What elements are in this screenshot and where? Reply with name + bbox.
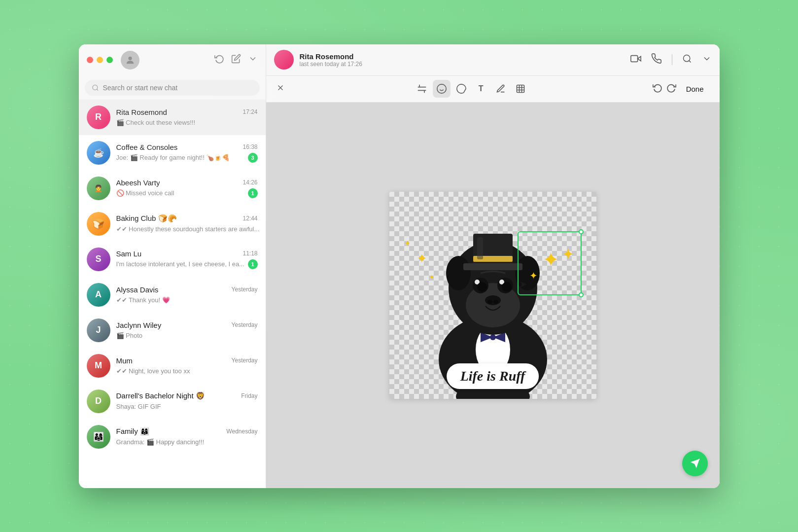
search-box: [85, 80, 260, 96]
avatar: ☕: [87, 141, 110, 165]
chat-item[interactable]: A Alyssa Davis Yesterday ✔✔ Thank you! 💗: [79, 277, 266, 313]
search-icon: [92, 84, 99, 92]
text-tool-button[interactable]: T: [472, 80, 490, 98]
sticker-tool-button[interactable]: [452, 80, 470, 98]
contact-info: Rita Rosemond last seen today at 17:26: [300, 52, 625, 68]
undo-button[interactable]: [653, 83, 662, 95]
redo-button[interactable]: [666, 83, 676, 95]
chat-details: Jaclynn Wiley Yesterday 🎬 Photo: [116, 321, 258, 340]
chat-name: Mum: [116, 356, 133, 365]
draw-tool-button[interactable]: [492, 80, 510, 98]
editor-toolbar: T: [266, 76, 720, 103]
chat-item[interactable]: 👨‍👩‍👧 Family 👩‍👩‍👦 Wednesday Grandma: 🎬 …: [79, 419, 266, 455]
chat-item[interactable]: 🍞 Baking Club 🍞🥐 12:44 ✔✔ Honestly these…: [79, 206, 266, 242]
chat-item[interactable]: 🧑‍🦱 Abeesh Varty 14:26 🚫 Missed voice ca…: [79, 171, 266, 206]
chat-preview: Shaya: GIF GIF: [116, 403, 161, 410]
chat-header-actions: [630, 53, 712, 67]
sidebar-header-icons: [214, 54, 258, 66]
chat-time: Yesterday: [232, 357, 258, 364]
chat-item[interactable]: S Sam Lu 11:18 I'm lactose intolerant ye…: [79, 242, 266, 277]
svg-rect-14: [517, 85, 524, 93]
video-call-icon[interactable]: [630, 53, 641, 67]
svg-text:✦: ✦: [561, 246, 574, 262]
chat-time: 17:24: [243, 108, 257, 115]
svg-point-30: [493, 300, 498, 304]
toolbar-actions: Done: [653, 82, 710, 96]
more-options-icon[interactable]: [702, 54, 712, 66]
chat-item[interactable]: D Darrell's Bachelor Night 🦁 Friday Shay…: [79, 384, 266, 419]
done-button[interactable]: Done: [680, 82, 710, 96]
voice-call-icon[interactable]: [651, 53, 662, 67]
svg-rect-36: [477, 237, 483, 259]
compose-icon[interactable]: [231, 54, 241, 66]
sidebar: R Rita Rosemond 17:24 🎬 Check out these …: [79, 44, 266, 488]
svg-line-2: [97, 89, 98, 90]
chat-name: Jaclynn Wiley: [116, 321, 162, 329]
chat-details: Baking Club 🍞🥐 12:44 ✔✔ Honestly these s…: [116, 214, 258, 233]
chat-preview: 🎬 Photo: [116, 332, 143, 339]
chat-time: Yesterday: [232, 321, 258, 328]
svg-point-11: [437, 84, 446, 93]
svg-text:✦: ✦: [529, 270, 537, 281]
chat-preview: Grandma: 🎬 Happy dancing!!!: [116, 438, 205, 446]
avatar: S: [87, 248, 110, 271]
minimize-traffic-light[interactable]: [97, 57, 103, 63]
maximize-traffic-light[interactable]: [106, 57, 113, 63]
editor-close-button[interactable]: [276, 83, 285, 94]
unread-badge: 3: [248, 153, 258, 163]
close-traffic-light[interactable]: [87, 57, 93, 63]
sparkle-decoration: ✦: [429, 273, 435, 281]
chat-details: Abeesh Varty 14:26 🚫 Missed voice call 1: [116, 178, 258, 198]
chat-item[interactable]: J Jaclynn Wiley Yesterday 🎬 Photo: [79, 313, 266, 348]
chat-name: Rita Rosemond: [116, 108, 167, 116]
avatar: A: [87, 283, 110, 307]
chat-details: Coffee & Consoles 16:38 Joe: 🎬 Ready for…: [116, 143, 258, 163]
crop-tool-button[interactable]: [413, 80, 431, 98]
chat-details: Rita Rosemond 17:24 🎬 Check out these vi…: [116, 108, 258, 127]
header-divider: [672, 54, 672, 65]
svg-line-6: [689, 60, 691, 62]
avatar: D: [87, 390, 110, 413]
refresh-icon[interactable]: [214, 54, 224, 66]
avatar: J: [87, 319, 110, 342]
chat-time: 14:26: [243, 179, 257, 186]
send-button[interactable]: [682, 451, 708, 476]
contact-avatar[interactable]: [274, 50, 294, 70]
chat-preview: ✔✔ Night, love you too xx: [116, 367, 190, 375]
chat-item[interactable]: R Rita Rosemond 17:24 🎬 Check out these …: [79, 100, 266, 135]
chat-preview: 🎬 Check out these views!!!: [116, 119, 196, 126]
chat-item[interactable]: ☕ Coffee & Consoles 16:38 Joe: 🎬 Ready f…: [79, 135, 266, 171]
svg-point-31: [446, 256, 471, 290]
chat-preview: I'm lactose intolerant yet, I see cheese…: [116, 260, 244, 268]
search-header-icon[interactable]: [682, 54, 692, 66]
chat-name: Family 👩‍👩‍👦: [116, 427, 149, 436]
contact-name: Rita Rosemond: [300, 52, 625, 61]
chat-details: Family 👩‍👩‍👦 Wednesday Grandma: 🎬 Happy …: [116, 427, 258, 446]
emoji-tool-button[interactable]: [433, 80, 451, 98]
chat-item[interactable]: M Mum Yesterday ✔✔ Night, love you too x…: [79, 348, 266, 384]
svg-point-26: [477, 282, 487, 292]
search-input[interactable]: [103, 84, 252, 92]
chat-name: Alyssa Davis: [116, 285, 159, 294]
chat-time: 12:44: [243, 215, 257, 222]
unread-badge: 1: [248, 188, 258, 198]
user-avatar[interactable]: [121, 51, 139, 70]
contact-status: last seen today at 17:26: [300, 61, 625, 68]
sparkle-decoration: ✦: [404, 239, 411, 248]
transform-tool-button[interactable]: [512, 80, 529, 98]
chat-name: Coffee & Consoles: [116, 143, 178, 151]
sidebar-header: [79, 44, 266, 76]
svg-marker-43: [690, 459, 699, 467]
chat-header: Rita Rosemond last seen today at 17:26: [266, 44, 720, 76]
svg-point-1: [92, 85, 97, 90]
main-content: R Rita Rosemond 17:24 🎬 Check out these …: [79, 44, 720, 488]
chat-details: Alyssa Davis Yesterday ✔✔ Thank you! 💗: [116, 285, 258, 304]
life-ruff-banner: Life is Ruff: [447, 363, 539, 389]
svg-rect-4: [630, 55, 637, 62]
chat-time: Wednesday: [226, 428, 257, 435]
chat-details: Sam Lu 11:18 I'm lactose intolerant yet,…: [116, 249, 258, 269]
svg-point-5: [683, 55, 690, 61]
chat-preview: ✔✔ Thank you! 💗: [116, 296, 170, 304]
filter-icon[interactable]: [248, 54, 258, 66]
image-canvas: ✦ ✦ ✦ ✦ ✦ ✦ ➤: [389, 192, 596, 399]
